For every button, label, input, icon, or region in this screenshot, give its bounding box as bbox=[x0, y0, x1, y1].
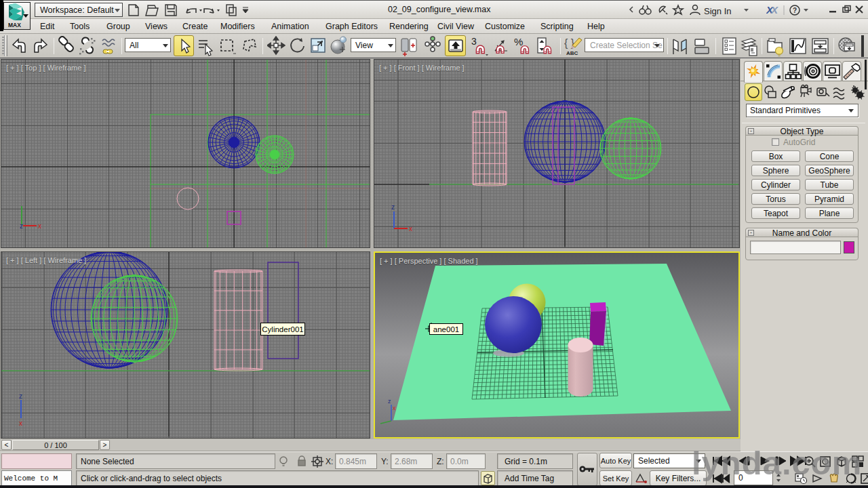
svg-text:x: x bbox=[19, 420, 22, 427]
svg-text:Sign In: Sign In bbox=[704, 6, 731, 16]
svg-text:3: 3 bbox=[471, 36, 477, 47]
svg-text:z: z bbox=[19, 392, 22, 400]
svg-text:x: x bbox=[393, 405, 396, 411]
svg-text:ABC: ABC bbox=[566, 50, 578, 56]
svg-text:x: x bbox=[38, 222, 41, 230]
svg-text:?: ? bbox=[793, 7, 797, 14]
svg-text:x: x bbox=[409, 225, 412, 232]
svg-text:z: z bbox=[388, 398, 391, 405]
svg-text:MAX: MAX bbox=[8, 22, 21, 28]
svg-text:z: z bbox=[391, 203, 395, 211]
svg-text:%: % bbox=[514, 36, 523, 47]
svg-text:X: X bbox=[770, 4, 778, 16]
svg-text:z: z bbox=[20, 222, 23, 230]
